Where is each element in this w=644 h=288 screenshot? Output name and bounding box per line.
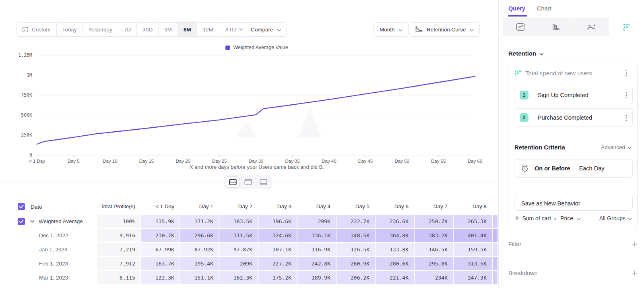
split-view-icon <box>229 179 237 185</box>
chevron-down-icon <box>577 215 581 222</box>
range-today[interactable]: Today <box>57 23 83 36</box>
filter-label: Filter <box>508 241 521 247</box>
range-label: 30D <box>142 27 153 33</box>
header-day-6: Day 6 <box>375 199 414 214</box>
table-row[interactable]: Feb 1, 20237,912163.7K195.4K209K227.2K24… <box>0 257 498 271</box>
range-label: 6M <box>184 27 191 33</box>
bottom-panel-view-button[interactable] <box>256 176 270 188</box>
header-day-8: Day 8 <box>453 199 492 214</box>
range-label: XTD <box>225 27 236 33</box>
value-cell: 159.5K <box>454 243 492 256</box>
retention-table: DateTotal Profile(s)< 1 DayDay 1Day 2Day… <box>0 199 498 285</box>
value-cell: 183.5K <box>219 215 258 228</box>
criteria-mode-label: Advanced <box>601 144 625 150</box>
top-panel-view-button[interactable] <box>241 176 255 188</box>
svg-text:Day 50: Day 50 <box>394 159 409 164</box>
value-cell: 195.4K <box>180 257 219 270</box>
header-day-7: Day 7 <box>414 199 453 214</box>
kebab-menu-icon[interactable] <box>625 92 627 99</box>
range-label: Custom <box>32 27 51 33</box>
row-label: Mar 1, 2023 <box>0 275 68 281</box>
criteria-condition-card[interactable]: On or Before Each Day <box>514 159 633 178</box>
chart-caption: X and more days before your Users came b… <box>36 164 477 170</box>
value-cell: 206.2K <box>336 271 375 284</box>
value-cell: 67.99K <box>141 243 180 256</box>
chevron-down-icon <box>627 144 632 150</box>
criteria-mode-dropdown[interactable]: Advanced <box>601 144 632 150</box>
svg-text:750K: 750K <box>21 92 32 98</box>
bar-chart-button[interactable] <box>538 18 573 36</box>
svg-text:Day 60: Day 60 <box>468 159 482 164</box>
add-breakdown-button[interactable] <box>632 270 638 276</box>
header-date: Date <box>0 199 97 214</box>
value-cell: 260.9K <box>336 257 375 270</box>
range-xtd[interactable]: XTD <box>219 23 249 36</box>
view-toggle-group <box>224 175 272 189</box>
retention-line-chart[interactable]: 1.25M1M750K500K250K0< 1 DayDay 5Day 10Da… <box>0 48 498 168</box>
table-row[interactable]: Jan 1, 20237,21967.99K87.92K97.87K107.1K… <box>0 242 498 257</box>
svg-text:Day 20: Day 20 <box>175 159 190 164</box>
value-cell: 280.6K <box>376 257 414 270</box>
save-as-new-behavior-button[interactable]: Save as New Behavior <box>514 196 633 211</box>
add-filter-button[interactable] <box>632 241 638 247</box>
number-property-icon: # <box>515 215 518 222</box>
svg-text:0: 0 <box>29 152 32 158</box>
split-view-button[interactable] <box>226 176 239 188</box>
measure-event-label: Sum of cart <box>522 215 551 222</box>
step-label: Purchase Completed <box>538 114 592 121</box>
range-12m[interactable]: 12M <box>197 23 219 36</box>
behavior-card: Total spend of new users 1 Sign Up Compl… <box>508 64 638 227</box>
range-label: 3M <box>164 27 172 33</box>
compare-button[interactable]: Compare <box>245 22 287 37</box>
all-groups-dropdown[interactable]: All Groups <box>599 215 632 222</box>
expand-chevron-icon[interactable] <box>30 220 35 223</box>
retention-section-dropdown[interactable]: Retention <box>508 50 544 57</box>
svg-text:Day 40: Day 40 <box>322 159 336 164</box>
range-7d[interactable]: 7D <box>118 23 137 36</box>
granularity-button[interactable]: Month <box>374 22 409 37</box>
range-30d[interactable]: 30D <box>137 23 159 36</box>
value-cell: 162.3K <box>219 271 258 284</box>
value-cell: 336.1K <box>297 229 336 242</box>
value-cell: 189.9K <box>297 271 336 284</box>
table-row[interactable]: Weighted Average ...100%135.9K171.2K183.… <box>0 214 498 228</box>
range-custom[interactable]: Custom <box>17 23 57 36</box>
range-6m[interactable]: 6M <box>178 23 197 36</box>
table-row[interactable]: Mar 1, 20238,115122.3K151.1K162.3K175.2K… <box>0 271 498 285</box>
row-date-cell: Mar 1, 2023 <box>0 271 97 285</box>
retention-chart-icon <box>623 23 631 31</box>
value-cell: 151.1K <box>180 271 219 284</box>
value-cell: 126.5K <box>336 243 375 256</box>
retention-section-label: Retention <box>508 50 536 57</box>
alarm-clock-icon <box>521 164 529 172</box>
retention-chart-button[interactable] <box>609 18 644 36</box>
range-yesterday[interactable]: Yesterday <box>83 23 119 36</box>
range-label: Yesterday <box>89 27 113 33</box>
profiles-cell: 7,219 <box>97 243 140 256</box>
tab-chart[interactable]: Chart <box>537 5 551 12</box>
range-3m[interactable]: 3M <box>159 23 178 36</box>
filter-section: Filter <box>508 241 638 247</box>
value-cell: 265.3K <box>454 215 492 228</box>
measure-property-label[interactable]: Price <box>560 215 573 222</box>
step-sign-up-completed[interactable]: 1 Sign Up Completed <box>514 86 633 104</box>
compare-label: Compare <box>251 27 273 33</box>
value-cell: 209K <box>297 215 336 228</box>
row-label: Jan 1, 2023 <box>0 247 68 253</box>
clipped-value-cell <box>493 271 497 284</box>
chart-type-label: Retention Curve <box>427 27 466 33</box>
chart-type-button[interactable]: Retention Curve <box>409 22 480 37</box>
tab-query[interactable]: Query <box>508 5 525 12</box>
row-checkbox[interactable] <box>18 203 25 210</box>
svg-text:Day 45: Day 45 <box>358 159 373 164</box>
value-cell: 196.6K <box>258 215 297 228</box>
step-purchase-completed[interactable]: 2 Purchase Completed <box>514 108 633 127</box>
insights-chart-button[interactable] <box>503 18 538 36</box>
kebab-menu-icon[interactable] <box>625 114 627 121</box>
card-divider <box>514 191 633 191</box>
table-row[interactable]: Dec 1, 20229,916230.7K296.6K311.5K324.6K… <box>0 228 498 242</box>
flows-chart-button[interactable] <box>574 18 609 36</box>
kebab-menu-icon[interactable] <box>625 70 627 77</box>
clipped-value-cell <box>493 257 497 270</box>
row-checkbox[interactable] <box>18 218 25 225</box>
